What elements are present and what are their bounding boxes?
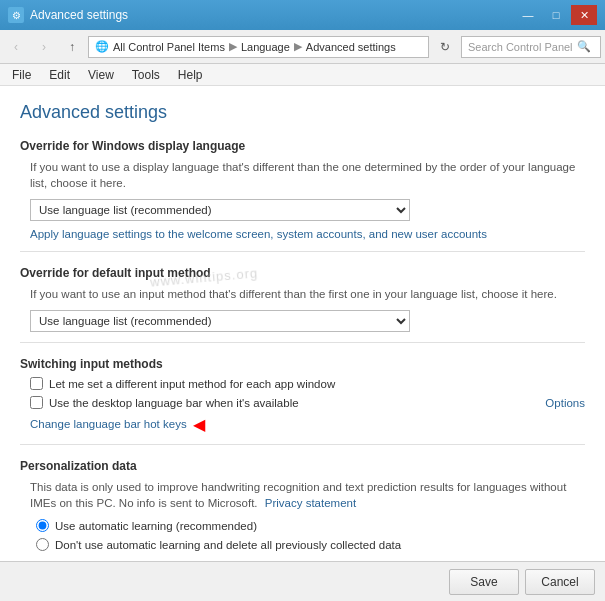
breadcrumb-arrow-2: ▶ xyxy=(294,40,302,53)
section4-radio2-label: Don't use automatic learning and delete … xyxy=(55,539,401,551)
section1-title: Override for Windows display language xyxy=(20,139,585,153)
back-button[interactable]: ‹ xyxy=(4,35,28,59)
section4-radio1[interactable] xyxy=(36,519,49,532)
hotkeys-link[interactable]: Change language bar hot keys xyxy=(30,418,187,430)
section3-checkbox2-row: Use the desktop language bar when it's a… xyxy=(30,396,585,409)
arrow-indicator: ◀ xyxy=(193,415,205,434)
section3-checkbox1[interactable] xyxy=(30,377,43,390)
section3-check2-label: Use the desktop language bar when it's a… xyxy=(49,397,299,409)
title-bar: ⚙ Advanced settings — □ ✕ xyxy=(0,0,605,30)
menu-bar: File Edit View Tools Help xyxy=(0,64,605,86)
app-icon: ⚙ xyxy=(8,7,24,23)
menu-edit[interactable]: Edit xyxy=(41,66,78,84)
section1-link[interactable]: Apply language settings to the welcome s… xyxy=(30,228,487,240)
save-button[interactable]: Save xyxy=(449,569,519,595)
section1-dropdown[interactable]: Use language list (recommended) xyxy=(30,199,410,221)
page-title: Advanced settings xyxy=(20,102,585,123)
breadcrumb-arrow-1: ▶ xyxy=(229,40,237,53)
search-icon: 🔍 xyxy=(577,40,591,53)
path-segment-3: Advanced settings xyxy=(306,41,396,53)
privacy-link[interactable]: Privacy statement xyxy=(265,497,356,509)
menu-view[interactable]: View xyxy=(80,66,122,84)
refresh-button[interactable]: ↻ xyxy=(433,35,457,59)
close-button[interactable]: ✕ xyxy=(571,5,597,25)
menu-help[interactable]: Help xyxy=(170,66,211,84)
section3-title: Switching input methods xyxy=(20,357,585,371)
bottom-bar: Save Cancel xyxy=(0,561,605,601)
section3-checkbox2[interactable] xyxy=(30,396,43,409)
section2-desc: If you want to use an input method that'… xyxy=(30,286,585,302)
forward-button[interactable]: › xyxy=(32,35,56,59)
divider-1 xyxy=(20,251,585,252)
title-bar-controls: — □ ✕ xyxy=(515,5,597,25)
section4-radio2[interactable] xyxy=(36,538,49,551)
cancel-button[interactable]: Cancel xyxy=(525,569,595,595)
up-button[interactable]: ↑ xyxy=(60,35,84,59)
section4-radio1-label: Use automatic learning (recommended) xyxy=(55,520,257,532)
cp-icon: 🌐 xyxy=(95,40,109,53)
section4-radio2-row: Don't use automatic learning and delete … xyxy=(36,538,585,551)
section3-checkbox1-row: Let me set a different input method for … xyxy=(30,377,585,390)
window-title: Advanced settings xyxy=(30,8,128,22)
section4-title: Personalization data xyxy=(20,459,585,473)
path-segment-1: All Control Panel Items xyxy=(113,41,225,53)
section2-dropdown-row: Use language list (recommended) xyxy=(30,310,585,332)
section3-check1-label: Let me set a different input method for … xyxy=(49,378,335,390)
title-bar-left: ⚙ Advanced settings xyxy=(8,7,128,23)
section1-dropdown-row: Use language list (recommended) xyxy=(30,199,585,221)
section2-dropdown[interactable]: Use language list (recommended) xyxy=(30,310,410,332)
section4-desc: This data is only used to improve handwr… xyxy=(30,479,585,511)
search-box[interactable]: Search Control Panel 🔍 xyxy=(461,36,601,58)
address-path[interactable]: 🌐 All Control Panel Items ▶ Language ▶ A… xyxy=(88,36,429,58)
search-placeholder: Search Control Panel xyxy=(468,41,573,53)
section2-title: Override for default input method xyxy=(20,266,585,280)
menu-tools[interactable]: Tools xyxy=(124,66,168,84)
divider-3 xyxy=(20,444,585,445)
divider-2 xyxy=(20,342,585,343)
section1-desc: If you want to use a display language th… xyxy=(30,159,585,191)
maximize-button[interactable]: □ xyxy=(543,5,569,25)
address-bar: ‹ › ↑ 🌐 All Control Panel Items ▶ Langua… xyxy=(0,30,605,64)
path-segment-2: Language xyxy=(241,41,290,53)
section4-radio1-row: Use automatic learning (recommended) xyxy=(36,519,585,532)
main-content: Advanced settings Override for Windows d… xyxy=(0,86,605,561)
options-link[interactable]: Options xyxy=(545,397,585,409)
menu-file[interactable]: File xyxy=(4,66,39,84)
minimize-button[interactable]: — xyxy=(515,5,541,25)
